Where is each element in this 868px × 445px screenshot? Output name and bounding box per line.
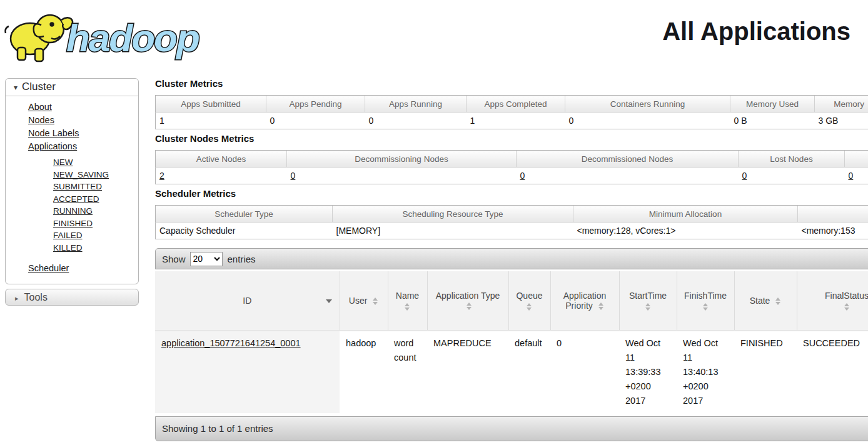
application-user: hadoop [340, 331, 388, 413]
application-priority: 0 [550, 331, 619, 413]
applications-table: ID User Name Application Type Queue Appl… [155, 271, 868, 413]
cluster-section-label: Cluster [22, 81, 56, 92]
col-decommissioning-nodes: Decommissioning Nodes [287, 151, 517, 168]
sort-both-icon [373, 298, 378, 305]
column-header-application-priority[interactable]: Application Priority [550, 271, 619, 331]
col-active-nodes: Active Nodes [156, 151, 287, 168]
application-state-links: NEW NEW_SAVING SUBMITTED ACCEPTED RUNNIN… [6, 156, 138, 254]
col-apps-submitted: Apps Submitted [156, 96, 266, 112]
sort-both-icon [598, 302, 604, 310]
minimum-allocation-value: <memory:128, vCores:1> [573, 222, 798, 239]
tools-section-label: Tools [24, 292, 48, 302]
page-size-select[interactable]: 20 [190, 252, 223, 266]
sidebar-item-scheduler[interactable]: Scheduler [28, 263, 69, 273]
sidebar: ▾Cluster About Nodes Node Labels Applica… [5, 78, 139, 306]
column-header-id[interactable]: ID [155, 271, 340, 331]
cluster-metrics-table: Apps Submitted Apps Pending Apps Running… [155, 95, 868, 129]
sidebar-item-submitted[interactable]: SUBMITTED [53, 182, 102, 191]
column-header-user[interactable]: User [340, 271, 388, 331]
sidebar-item-killed[interactable]: KILLED [53, 243, 83, 252]
memory-total-value: 3 GB [815, 112, 868, 129]
col-minimum-allocation: Minimum Allocation [573, 206, 798, 222]
col-memory-total: Memory [815, 96, 868, 112]
cluster-nodes-header-row: Active Nodes Decommissioning Nodes Decom… [156, 151, 868, 168]
sidebar-item-node-labels[interactable]: Node Labels [28, 128, 79, 138]
sort-both-icon [527, 303, 532, 311]
chevron-down-icon: ▾ [14, 83, 18, 92]
apps-running-value: 0 [365, 112, 467, 129]
cluster-metrics-header-row: Apps Submitted Apps Pending Apps Running… [156, 96, 868, 112]
sort-both-icon [405, 303, 410, 311]
sidebar-item-new-saving[interactable]: NEW_SAVING [53, 170, 109, 179]
column-header-finalstatus[interactable]: FinalStatus [797, 271, 868, 331]
sort-both-icon [645, 303, 651, 311]
sidebar-item-running[interactable]: RUNNING [53, 206, 93, 216]
apps-completed-value: 1 [467, 112, 565, 129]
hadoop-logo-graphic: hadoop [4, 4, 236, 66]
application-finalstatus: SUCCEEDED [797, 331, 868, 413]
application-starttime: Wed Oct 11 13:39:33 +0200 2017 [619, 331, 677, 413]
col-maximum-allocation [798, 206, 868, 222]
sort-both-icon [467, 302, 472, 310]
sidebar-item-accepted[interactable]: ACCEPTED [53, 194, 99, 204]
scheduler-metrics-header-row: Scheduler Type Scheduling Resource Type … [156, 206, 868, 222]
scheduler-type-value: Capacity Scheduler [156, 222, 333, 239]
cluster-nodes-metrics-table: Active Nodes Decommissioning Nodes Decom… [155, 150, 868, 184]
application-state: FINISHED [734, 331, 797, 413]
col-apps-pending: Apps Pending [266, 96, 365, 112]
cluster-nodes-value-row: 2 0 0 0 0 [156, 168, 868, 184]
sort-desc-icon [326, 299, 332, 303]
sidebar-item-about[interactable]: About [28, 102, 52, 112]
column-header-finishtime[interactable]: FinishTime [677, 271, 734, 331]
column-header-starttime[interactable]: StartTime [619, 271, 677, 331]
hadoop-elephant-icon [6, 15, 73, 61]
show-label: Show [162, 254, 186, 264]
active-nodes-link[interactable]: 2 [159, 171, 164, 181]
application-queue: default [508, 331, 550, 413]
col-unlabeled [845, 151, 868, 168]
scheduling-resource-type-value: [MEMORY] [333, 222, 573, 239]
apps-submitted-value: 1 [156, 112, 266, 129]
unhealthy-nodes-link[interactable]: 0 [849, 171, 854, 181]
column-header-state[interactable]: State [734, 271, 797, 331]
sidebar-item-finished[interactable]: FINISHED [53, 219, 93, 228]
col-memory-used: Memory Used [730, 96, 815, 112]
cluster-metrics-value-row: 1 0 0 1 0 0 B 3 GB [156, 112, 868, 129]
chevron-right-icon: ▸ [15, 294, 19, 302]
col-lost-nodes: Lost Nodes [739, 151, 845, 168]
column-header-name[interactable]: Name [388, 271, 427, 331]
apps-pending-value: 0 [266, 112, 365, 129]
containers-running-value: 0 [565, 112, 730, 129]
application-type: MAPREDUCE [427, 331, 508, 413]
lost-nodes-link[interactable]: 0 [742, 171, 747, 181]
application-id-link[interactable]: application_1507721641254_0001 [161, 338, 301, 348]
memory-used-value: 0 B [730, 112, 815, 129]
decommissioned-nodes-link[interactable]: 0 [520, 171, 525, 181]
sort-both-icon [775, 298, 781, 305]
col-scheduler-type: Scheduler Type [156, 206, 333, 222]
column-header-queue[interactable]: Queue [508, 271, 550, 331]
scheduler-metrics-heading: Scheduler Metrics [155, 188, 868, 199]
applications-header-row: ID User Name Application Type Queue Appl… [155, 271, 868, 331]
scheduler-metrics-table: Scheduler Type Scheduling Resource Type … [155, 205, 868, 239]
cluster-nodes-metrics-heading: Cluster Nodes Metrics [155, 133, 868, 144]
main-content: Cluster Metrics Apps Submitted Apps Pend… [155, 78, 868, 441]
sort-both-icon [703, 303, 709, 311]
hadoop-logo: hadoop [4, 4, 236, 66]
sidebar-item-nodes[interactable]: Nodes [28, 115, 54, 125]
sidebar-item-failed[interactable]: FAILED [53, 231, 83, 240]
col-scheduling-resource-type: Scheduling Resource Type [333, 206, 573, 222]
sidebar-item-new[interactable]: NEW [53, 158, 73, 167]
decommissioning-nodes-link[interactable]: 0 [291, 171, 296, 181]
page-title: All Applications [662, 18, 850, 46]
col-apps-running: Apps Running [365, 96, 467, 112]
col-apps-completed: Apps Completed [467, 96, 565, 112]
sidebar-section-tools[interactable]: ▸Tools [5, 289, 139, 306]
sidebar-section-cluster[interactable]: ▾Cluster [6, 79, 138, 96]
table-info-footer: Showing 1 to 1 of 1 entries [155, 416, 868, 441]
col-containers-running: Containers Running [565, 96, 730, 112]
column-header-application-type[interactable]: Application Type [427, 271, 508, 331]
cluster-metrics-heading: Cluster Metrics [155, 78, 868, 89]
sidebar-item-applications[interactable]: Applications [28, 141, 77, 151]
maximum-allocation-value: <memory:153 [798, 222, 868, 239]
